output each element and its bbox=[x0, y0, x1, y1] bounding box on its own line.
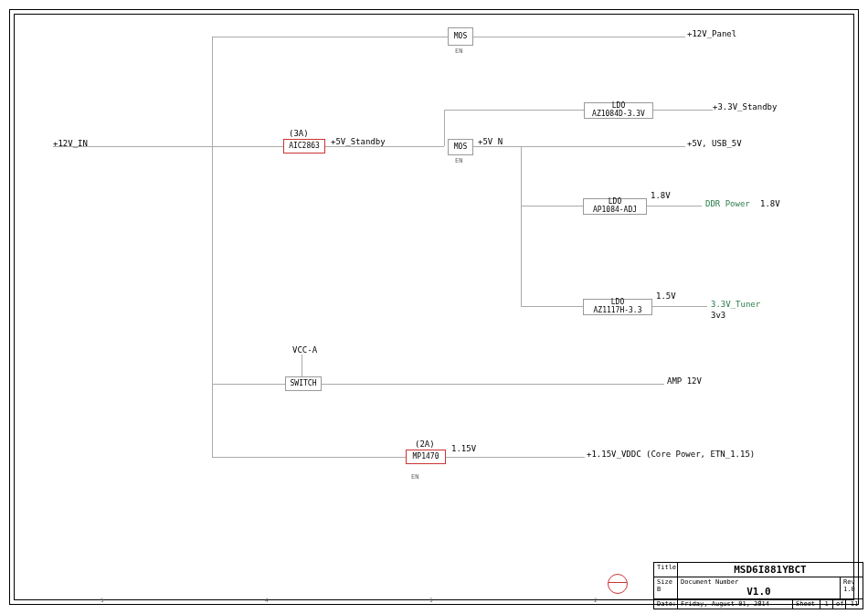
switch-label: SWITCH bbox=[286, 380, 321, 388]
wire bbox=[325, 146, 444, 147]
label-12v-in: +12V_IN bbox=[53, 139, 88, 148]
ruler-3: 3 bbox=[429, 597, 433, 603]
tb-sheet-hdr: Sheet bbox=[793, 599, 820, 609]
ldo1-part: AZ1084D-3.3V bbox=[585, 111, 652, 119]
tb-title-hdr: Title bbox=[654, 563, 678, 577]
tb-sheet-of: of bbox=[833, 599, 846, 609]
prohibit-icon bbox=[608, 574, 628, 594]
mos-mid-label: MOS bbox=[449, 143, 472, 152]
mos-mid-out: +5V, USB_5V bbox=[687, 139, 742, 148]
tb-doc: V1.0 bbox=[681, 586, 837, 598]
box-mp1470: MP1470 bbox=[406, 450, 446, 464]
tb-date: Friday, August 01, 2014 bbox=[678, 599, 793, 609]
wire bbox=[652, 306, 707, 307]
wire bbox=[521, 146, 522, 206]
mp-en: EN bbox=[411, 473, 418, 481]
wire bbox=[653, 110, 713, 111]
wire bbox=[473, 37, 685, 37]
tb-sheet-tot: 11 bbox=[846, 599, 863, 609]
ldo3-part: AZ1117H-3.3 bbox=[584, 307, 651, 315]
aic-current: (3A) bbox=[289, 129, 309, 138]
ruler-4: 4 bbox=[265, 597, 269, 603]
tb-size: B bbox=[657, 586, 674, 593]
wire bbox=[521, 206, 583, 206]
tb-sheet-cur: 1 bbox=[820, 599, 833, 609]
tb-rev: 1.0 bbox=[843, 586, 860, 593]
box-aic2863: AIC2863 bbox=[283, 139, 325, 154]
wire bbox=[647, 206, 702, 206]
tb-rev-hdr: Rev bbox=[843, 578, 860, 586]
wire bbox=[212, 457, 406, 458]
ruler-5: 5 bbox=[101, 597, 104, 603]
box-mos-mid: MOS bbox=[448, 139, 473, 155]
tb-date-hdr: Date: bbox=[654, 599, 678, 609]
mp-label: MP1470 bbox=[407, 453, 445, 461]
switch-out: AMP 12V bbox=[667, 376, 702, 386]
title-block: Title MSD6I881YBCT Size B Document Numbe… bbox=[653, 562, 863, 609]
wire bbox=[212, 37, 448, 37]
mp-current: (2A) bbox=[415, 439, 435, 449]
box-ldo-az1084d: LDO AZ1084D-3.3V bbox=[584, 102, 653, 119]
wire bbox=[446, 457, 585, 458]
tb-model: MSD6I881YBCT bbox=[678, 563, 863, 577]
ldo2-v2: 1.8V bbox=[760, 199, 780, 208]
ldo3-out: 3.3V_Tuner bbox=[711, 300, 760, 309]
box-switch: SWITCH bbox=[285, 376, 322, 391]
mp-out: +1.15V_VDDC (Core Power, ETN_1.15) bbox=[587, 450, 755, 459]
en-mos-mid: EN bbox=[455, 157, 462, 164]
en-mos-top: EN bbox=[455, 48, 462, 55]
ldo3-v: 1.5V bbox=[656, 291, 676, 301]
wire bbox=[521, 306, 583, 307]
ldo2-out: DDR Power bbox=[705, 199, 750, 208]
tb-size-hdr: Size bbox=[657, 578, 674, 586]
aic-label: AIC2863 bbox=[284, 143, 324, 151]
wire bbox=[212, 146, 213, 384]
box-ldo-az1117h: LDO AZ1117H-3.3 bbox=[583, 299, 652, 315]
wire bbox=[212, 384, 285, 385]
box-mos-top: MOS bbox=[448, 27, 473, 46]
wire bbox=[444, 110, 445, 146]
wire bbox=[322, 384, 664, 385]
mp-v: 1.15V bbox=[451, 444, 476, 453]
ldo3-sub: 3v3 bbox=[711, 311, 725, 320]
mos-mid-in: +5V N bbox=[478, 137, 503, 146]
mos-top-label: MOS bbox=[449, 33, 472, 41]
label-12v-panel: +12V_Panel bbox=[687, 29, 736, 38]
aic-out: +5V_Standby bbox=[331, 137, 386, 146]
ldo2-part: AP1084-ADJ bbox=[584, 206, 646, 215]
tb-doc-hdr: Document Number bbox=[681, 578, 837, 586]
ldo2-v: 1.8V bbox=[651, 191, 671, 200]
box-ldo-ap1084: LDO AP1084-ADJ bbox=[583, 198, 647, 215]
ldo1-out: +3.3V_Standby bbox=[713, 102, 777, 111]
wire bbox=[521, 206, 522, 306]
vcca: VCC-A bbox=[292, 345, 317, 355]
wire bbox=[302, 355, 302, 376]
wire bbox=[212, 37, 213, 146]
wire bbox=[473, 146, 685, 147]
wire bbox=[444, 110, 584, 111]
wire bbox=[212, 384, 213, 457]
ruler-2: 2 bbox=[594, 597, 598, 603]
